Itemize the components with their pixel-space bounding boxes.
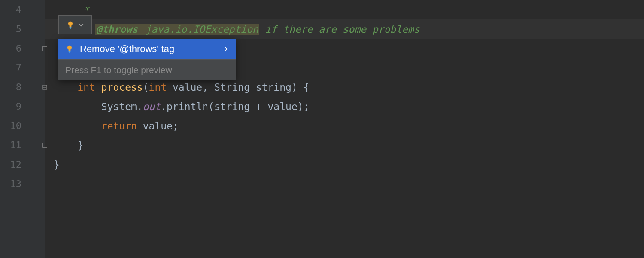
gutter-row[interactable]: 10 [0,116,45,135]
javadoc-throws-tag: @throws [95,24,139,35]
svg-rect-2 [70,27,72,28]
gutter-row[interactable]: 9 [0,97,45,116]
code-line-8[interactable]: int process(int value, String string) { [45,77,644,97]
chevron-right-icon [224,46,229,52]
class-ref: System. [101,101,143,112]
code-line-10[interactable]: return value; [45,116,644,135]
intention-action-label: Remove '@throws' tag [80,43,218,55]
gutter-row[interactable]: 13 [0,174,45,194]
gutter-row[interactable]: 6 [0,39,45,58]
code-line-11[interactable]: } [45,135,644,155]
svg-rect-3 [70,28,71,29]
line-number: 4 [0,4,26,15]
line-number: 13 [0,178,26,189]
gutter-row[interactable]: 12 [0,155,45,174]
method-call: .println(string + value); [161,101,309,112]
line-number: 6 [0,43,26,54]
code-line-13[interactable] [45,174,644,194]
closing-brace: } [54,159,60,170]
code-line-5[interactable]: * @throws java.io.IOException if there a… [45,19,644,39]
code-line-4[interactable]: * [45,0,644,19]
gutter-row[interactable]: 4 [0,0,45,19]
chevron-down-icon [78,22,84,28]
popup-hint: Press F1 to toggle preview [58,59,236,80]
javadoc-class-ref: java.io.IOException [139,24,259,35]
line-number: 10 [0,120,26,131]
svg-rect-5 [69,52,70,53]
line-number: 11 [0,140,26,150]
gutter: 4 5 6 7 8 9 10 11 [0,0,45,258]
code-line-12[interactable]: } [45,155,644,174]
line-number: 9 [0,101,26,112]
doc-comment-star: * [83,4,89,15]
intention-actions-popup: Remove '@throws' tag Press F1 to toggle … [58,39,236,80]
gutter-row[interactable]: 5 [0,19,45,39]
lightbulb-icon [65,45,74,53]
gutter-row[interactable]: 8 [0,77,45,97]
gutter-row[interactable]: 11 [0,135,45,155]
javadoc-text: if there are some problems [259,24,420,35]
keyword-return: return [101,120,143,132]
line-number: 7 [0,62,26,73]
lightbulb-icon [66,21,75,29]
static-field: out [143,101,161,112]
code-line-9[interactable]: System.out.println(string + value); [45,97,644,116]
line-number: 8 [0,82,26,92]
keyword-int: int [77,82,101,93]
gutter-row[interactable]: 7 [0,58,45,77]
line-number: 12 [0,159,26,170]
svg-rect-4 [69,51,71,52]
intention-action-remove-throws[interactable]: Remove '@throws' tag [58,39,236,59]
method-params: value, String string) { [173,82,310,93]
intention-bulb-button[interactable] [58,15,92,34]
line-number: 5 [0,24,26,34]
method-name: process [101,82,143,93]
popup-hint-text: Press F1 to toggle preview [65,65,172,75]
closing-brace: } [77,140,83,151]
keyword-int: int [149,82,173,93]
